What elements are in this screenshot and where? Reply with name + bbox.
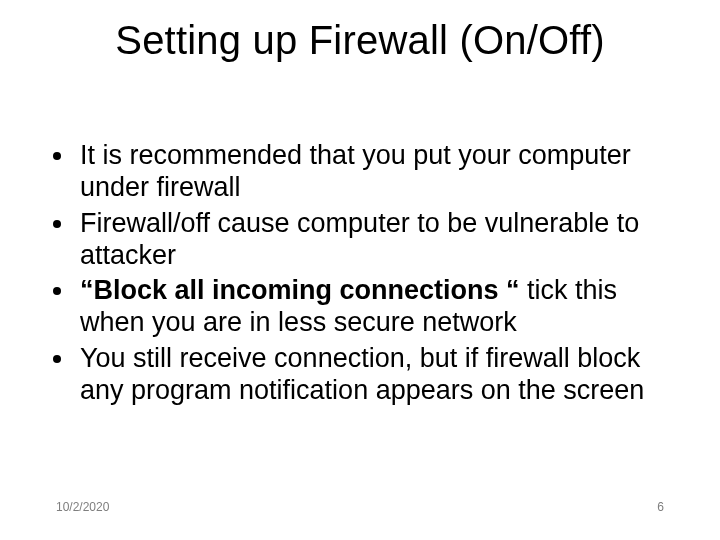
- bullet-text: It is recommended that you put your comp…: [80, 140, 631, 202]
- bullet-list: It is recommended that you put your comp…: [48, 140, 672, 407]
- footer-date: 10/2/2020: [56, 500, 109, 514]
- list-item: You still receive connection, but if fir…: [76, 343, 672, 407]
- slide: Setting up Firewall (On/Off) It is recom…: [0, 0, 720, 540]
- slide-body: It is recommended that you put your comp…: [48, 140, 672, 411]
- bullet-text: Firewall/off cause computer to be vulner…: [80, 208, 639, 270]
- slide-title: Setting up Firewall (On/Off): [0, 18, 720, 63]
- list-item: It is recommended that you put your comp…: [76, 140, 672, 204]
- footer-page-number: 6: [657, 500, 664, 514]
- list-item: Firewall/off cause computer to be vulner…: [76, 208, 672, 272]
- bullet-text: You still receive connection, but if fir…: [80, 343, 644, 405]
- list-item: “Block all incoming connections “ tick t…: [76, 275, 672, 339]
- bullet-bold: “Block all incoming connections “: [80, 275, 527, 305]
